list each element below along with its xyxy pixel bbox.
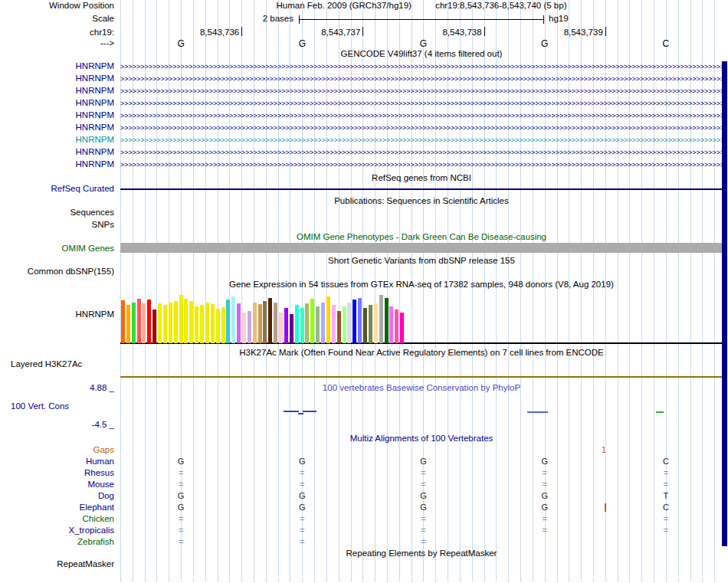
gtex-bar[interactable]	[226, 300, 230, 343]
scale-bar	[299, 19, 544, 20]
gtex-bar[interactable]	[389, 306, 393, 343]
gtex-bar[interactable]	[231, 296, 235, 343]
species-label[interactable]: Human	[0, 457, 114, 466]
omim-genes-label[interactable]: OMIM Genes	[0, 244, 114, 253]
gtex-bar[interactable]	[248, 311, 251, 343]
alignment-base: G	[174, 457, 188, 466]
gene-exon-arrows[interactable]: >>>>>>>>>>>>>>>>>>>>>>>>>>>>>>>>>>>>>>>>…	[120, 136, 722, 145]
h3k27ac-signal-line[interactable]	[120, 376, 726, 378]
gene-label[interactable]: HNRNPM	[0, 110, 114, 120]
gene-label[interactable]: HNRNPM	[0, 61, 114, 70]
gtex-bar[interactable]	[316, 306, 320, 343]
gtex-bar[interactable]	[274, 303, 277, 343]
species-label[interactable]: Mouse	[0, 480, 114, 489]
gene-exon-arrows[interactable]: >>>>>>>>>>>>>>>>>>>>>>>>>>>>>>>>>>>>>>>>…	[120, 148, 722, 157]
conservation-label[interactable]: 100 Vert. Cons	[11, 401, 69, 411]
gtex-gene-label[interactable]: HNRNPM	[0, 310, 114, 319]
gtex-bar[interactable]	[211, 304, 215, 343]
gtex-bar[interactable]	[158, 303, 162, 343]
species-label[interactable]: Elephant	[0, 503, 114, 512]
gtex-bar[interactable]	[126, 305, 130, 343]
gtex-bar[interactable]	[169, 303, 172, 343]
gene-label[interactable]: HNRNPM	[0, 135, 114, 144]
gene-exon-arrows[interactable]: >>>>>>>>>>>>>>>>>>>>>>>>>>>>>>>>>>>>>>>>…	[120, 99, 722, 108]
gtex-bar[interactable]	[326, 296, 330, 343]
gtex-bar[interactable]	[221, 307, 225, 343]
snps-label[interactable]: SNPs	[0, 220, 114, 229]
sequences-label[interactable]: Sequences	[0, 208, 114, 217]
gtex-bar[interactable]	[295, 305, 299, 343]
alignment-base: =	[659, 514, 673, 523]
gene-label[interactable]: HNRNPM	[0, 98, 114, 107]
gtex-bar[interactable]	[121, 300, 125, 343]
gene-exon-arrows[interactable]: >>>>>>>>>>>>>>>>>>>>>>>>>>>>>>>>>>>>>>>>…	[120, 87, 722, 96]
gtex-bar[interactable]	[353, 300, 356, 343]
gtex-bar[interactable]	[258, 304, 262, 343]
gene-exon-arrows[interactable]: >>>>>>>>>>>>>>>>>>>>>>>>>>>>>>>>>>>>>>>>…	[120, 62, 722, 71]
species-label[interactable]: Rhesus	[0, 468, 114, 477]
gtex-bar[interactable]	[379, 295, 383, 343]
repeatmasker-label[interactable]: RepeatMasker	[0, 559, 114, 568]
gtex-bar[interactable]	[163, 305, 167, 343]
gene-exon-arrows[interactable]: >>>>>>>>>>>>>>>>>>>>>>>>>>>>>>>>>>>>>>>>…	[120, 74, 722, 84]
gtex-bar[interactable]	[321, 303, 325, 343]
gtex-bar[interactable]	[332, 305, 336, 343]
species-label[interactable]: X_tropicalis	[0, 526, 114, 535]
gtex-bar[interactable]	[253, 303, 257, 343]
gtex-bar[interactable]	[184, 299, 188, 343]
gtex-bar[interactable]	[310, 299, 314, 343]
gtex-bar[interactable]	[395, 310, 398, 343]
gtex-bar[interactable]	[179, 295, 183, 343]
alignment-base: =	[659, 468, 673, 477]
gtex-bar[interactable]	[195, 306, 198, 343]
gtex-bar[interactable]	[142, 303, 146, 343]
gtex-bar[interactable]	[216, 309, 220, 343]
refseq-gene-bar[interactable]	[120, 188, 723, 190]
gtex-bar[interactable]	[279, 313, 283, 343]
gtex-bar[interactable]	[358, 298, 362, 343]
alignment-base: =	[174, 468, 188, 477]
gene-label[interactable]: HNRNPM	[0, 123, 114, 132]
gene-exon-arrows[interactable]: >>>>>>>>>>>>>>>>>>>>>>>>>>>>>>>>>>>>>>>>…	[120, 160, 722, 169]
gtex-bar[interactable]	[363, 308, 367, 343]
species-label[interactable]: Dog	[0, 491, 114, 500]
refseq-track-title: RefSeq genes from NCBI	[120, 173, 723, 182]
gene-label[interactable]: HNRNPM	[0, 86, 114, 95]
gtex-bar[interactable]	[284, 308, 288, 343]
gtex-bar[interactable]	[290, 314, 293, 343]
refseq-curated-label[interactable]: RefSeq Curated	[0, 184, 114, 193]
species-label[interactable]: Zebrafish	[0, 537, 114, 546]
dbsnp-label[interactable]: Common dbSNP(155)	[0, 267, 114, 276]
gene-label[interactable]: HNRNPM	[0, 159, 114, 169]
gtex-bar[interactable]	[263, 301, 267, 343]
gaps-label[interactable]: Gaps	[0, 445, 114, 454]
gtex-bar[interactable]	[300, 308, 304, 343]
gtex-bar[interactable]	[132, 303, 136, 343]
gtex-bar[interactable]	[237, 303, 241, 343]
species-label[interactable]: Chicken	[0, 514, 114, 523]
gtex-bar[interactable]	[137, 299, 141, 343]
gtex-bar[interactable]	[152, 310, 156, 343]
omim-gene-bar[interactable]	[120, 243, 726, 253]
gtex-bar[interactable]	[337, 311, 341, 343]
gtex-bar[interactable]	[189, 301, 193, 343]
gtex-bar[interactable]	[374, 303, 378, 343]
gtex-bar[interactable]	[305, 303, 309, 343]
gene-exon-arrows[interactable]: >>>>>>>>>>>>>>>>>>>>>>>>>>>>>>>>>>>>>>>>…	[120, 123, 722, 133]
gtex-bar[interactable]	[347, 303, 351, 343]
gtex-bar[interactable]	[385, 298, 389, 343]
alignment-base: =	[174, 537, 188, 546]
gene-label[interactable]: HNRNPM	[0, 74, 114, 83]
gene-label[interactable]: HNRNPM	[0, 147, 114, 156]
h3k27ac-label[interactable]: Layered H3K27Ac	[11, 359, 82, 368]
gtex-bar[interactable]	[147, 300, 151, 343]
gtex-bar[interactable]	[268, 298, 272, 343]
gene-exon-arrows[interactable]: >>>>>>>>>>>>>>>>>>>>>>>>>>>>>>>>>>>>>>>>…	[120, 111, 722, 120]
gtex-bar[interactable]	[174, 301, 178, 343]
gtex-bar[interactable]	[242, 313, 246, 343]
gtex-bar[interactable]	[400, 313, 404, 343]
gtex-bar[interactable]	[369, 305, 372, 343]
gtex-bar[interactable]	[205, 303, 209, 343]
gtex-bar[interactable]	[200, 305, 204, 343]
gtex-bar[interactable]	[343, 306, 346, 343]
